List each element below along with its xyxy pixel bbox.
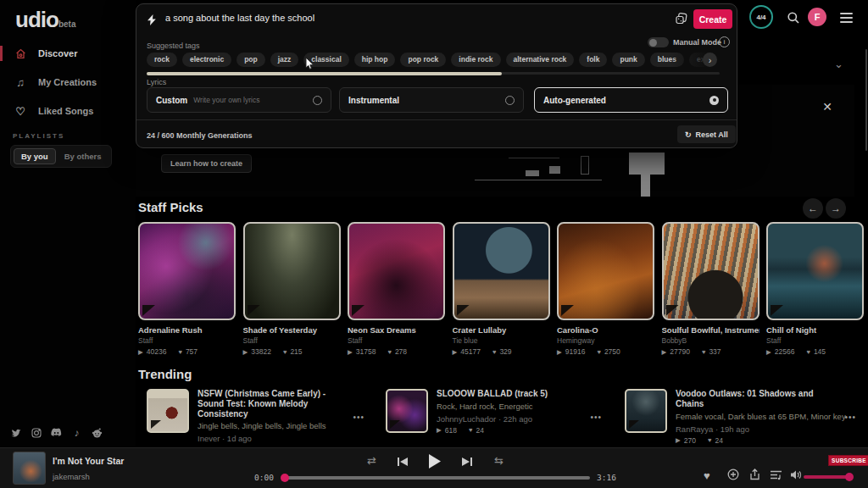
like-count: 145	[814, 347, 826, 356]
manual-mode-toggle[interactable]	[648, 37, 669, 47]
more-options-icon[interactable]: •••	[844, 413, 856, 422]
chevron-down-icon[interactable]: ⌄	[834, 58, 843, 70]
shuffle-icon[interactable]: ⇄	[367, 454, 376, 467]
play-count: 45177	[460, 347, 481, 356]
reddit-icon[interactable]	[92, 427, 103, 438]
queue-icon[interactable]	[770, 469, 782, 484]
trending-item[interactable]: SLOOOW BALLAD (track 5)Rock, Hard rock, …	[386, 389, 602, 435]
create-button[interactable]: Create	[693, 9, 732, 29]
share-icon[interactable]	[749, 469, 760, 484]
learn-how-to-create-button[interactable]: Learn how to create	[161, 154, 252, 173]
tag-rock[interactable]: rock	[147, 53, 177, 67]
staff-pick-card[interactable]: Soulful Bowlful, Instrumental H...BobbyB…	[662, 222, 760, 356]
play-button[interactable]	[428, 454, 441, 469]
radio-icon[interactable]	[313, 96, 322, 105]
album-art[interactable]	[138, 222, 236, 320]
album-art[interactable]	[243, 222, 341, 320]
staff-pick-card[interactable]: Adrenaline RushStaff▶40236♥757	[138, 222, 236, 356]
album-art[interactable]	[557, 222, 654, 320]
instagram-icon[interactable]	[31, 427, 42, 438]
lyrics-option-auto-generated[interactable]: Auto-generated	[534, 87, 728, 113]
radio-selected-icon[interactable]	[709, 96, 719, 105]
subscribe-button[interactable]: SUBSCRIBE	[828, 455, 868, 466]
now-playing-artist[interactable]: jakemarsh	[53, 472, 90, 481]
tag-electronic[interactable]: electronic	[182, 53, 231, 67]
randomize-dice-icon[interactable]	[676, 13, 687, 28]
album-art[interactable]	[662, 222, 760, 320]
discord-icon[interactable]	[51, 427, 62, 438]
like-count-icon: ♥	[283, 348, 287, 356]
album-art[interactable]	[386, 389, 428, 433]
generation-counter[interactable]: 4/4	[749, 5, 773, 29]
tag-alternative-rock[interactable]: alternative rock	[506, 53, 575, 67]
sidebar-item-liked-songs[interactable]: ♡ Liked Songs	[0, 102, 136, 120]
udio-app: udiobeta Discover ♫ My Creations ♡ Liked…	[0, 0, 868, 488]
album-art[interactable]	[766, 222, 864, 320]
play-corner-icon	[142, 305, 155, 316]
social-links: ♪	[10, 427, 103, 438]
filter-by-others-button[interactable]: By others	[58, 148, 108, 164]
staff-pick-card[interactable]: Carolina-OHemingway▶91916♥2750	[557, 222, 654, 356]
reset-all-button[interactable]: ↻ Reset All	[677, 125, 736, 143]
more-options-icon[interactable]: •••	[353, 413, 364, 422]
prompt-input[interactable]	[164, 12, 642, 24]
trending-item[interactable]: NSFW (Christmas Came Early) - Sound Test…	[147, 389, 364, 454]
staff-pick-card[interactable]: Neon Sax DreamsStaff▶31758♥278	[348, 222, 445, 356]
sidebar-item-discover[interactable]: Discover	[0, 44, 136, 63]
volume-icon[interactable]	[790, 469, 802, 484]
album-art[interactable]	[348, 222, 445, 320]
volume-slider[interactable]	[804, 475, 851, 479]
more-options-icon[interactable]: •••	[590, 413, 602, 422]
song-artist: Tie blue	[453, 336, 550, 345]
now-playing-art[interactable]	[13, 452, 46, 485]
avatar[interactable]: F	[808, 8, 826, 26]
add-to-playlist-icon[interactable]	[727, 469, 739, 484]
info-icon[interactable]: i	[719, 36, 730, 47]
album-art[interactable]	[453, 222, 550, 320]
tags-scrollbar[interactable]	[147, 72, 720, 75]
tag-folk[interactable]: folk	[579, 53, 607, 67]
repeat-icon[interactable]: ⇆	[494, 454, 504, 467]
option-placeholder: Write your own lyrics	[193, 96, 259, 104]
play-count-icon: ▶	[348, 348, 353, 356]
tags-scrollbar-thumb[interactable]	[147, 72, 502, 75]
app-logo[interactable]: udiobeta	[15, 7, 75, 33]
sidebar-item-my-creations[interactable]: ♫ My Creations	[0, 73, 136, 92]
next-track-button[interactable]	[461, 457, 473, 467]
song-stats: ▶270♥24	[676, 436, 825, 445]
twitter-icon[interactable]	[10, 427, 21, 438]
previous-track-button[interactable]	[397, 457, 409, 467]
tags-scroll-right-button[interactable]: ›	[703, 53, 717, 67]
tag-pop-rock[interactable]: pop rock	[400, 53, 446, 67]
album-art[interactable]	[147, 389, 189, 433]
like-count: 2750	[604, 347, 620, 356]
tag-hip-hop[interactable]: hip hop	[354, 53, 396, 67]
now-playing-title[interactable]: I'm Not Your Star	[53, 456, 124, 466]
staff-pick-card[interactable]: Chill of NightStaff▶22566♥145	[766, 222, 864, 356]
menu-icon[interactable]	[840, 13, 853, 25]
like-track-icon[interactable]: ♥	[704, 469, 710, 482]
radio-icon[interactable]	[505, 96, 515, 105]
tag-pop[interactable]: pop	[236, 53, 265, 67]
filter-by-you-button[interactable]: By you	[14, 148, 56, 164]
volume-knob[interactable]	[845, 473, 854, 481]
close-icon[interactable]: ✕	[822, 100, 832, 114]
tag-punk[interactable]: punk	[612, 53, 644, 67]
carousel-right-button[interactable]: →	[826, 198, 846, 219]
trending-item[interactable]: Voodoo Outlaws: 01 Shadows and ChainsFem…	[625, 389, 856, 445]
manual-mode-label: Manual Mode	[673, 38, 721, 47]
lyrics-option-custom[interactable]: Custom Write your own lyrics	[147, 87, 331, 113]
search-icon[interactable]	[787, 11, 800, 28]
sidebar-item-label: Liked Songs	[38, 106, 93, 116]
album-art[interactable]	[625, 389, 667, 433]
page-scrollbar[interactable]	[865, 49, 867, 151]
carousel-left-button[interactable]: ←	[803, 198, 823, 219]
staff-pick-card[interactable]: Crater LullabyTie blue▶45177♥329	[453, 222, 550, 356]
tag-jazz[interactable]: jazz	[270, 53, 299, 67]
seek-bar[interactable]	[287, 476, 590, 480]
lyrics-option-instrumental[interactable]: Instrumental	[339, 87, 524, 113]
staff-pick-card[interactable]: Shade of YesterdayStaff▶33822♥215	[243, 222, 341, 356]
seek-knob[interactable]	[281, 474, 289, 482]
tiktok-icon[interactable]: ♪	[71, 427, 82, 438]
tag-indie-rock[interactable]: indie rock	[451, 53, 500, 67]
